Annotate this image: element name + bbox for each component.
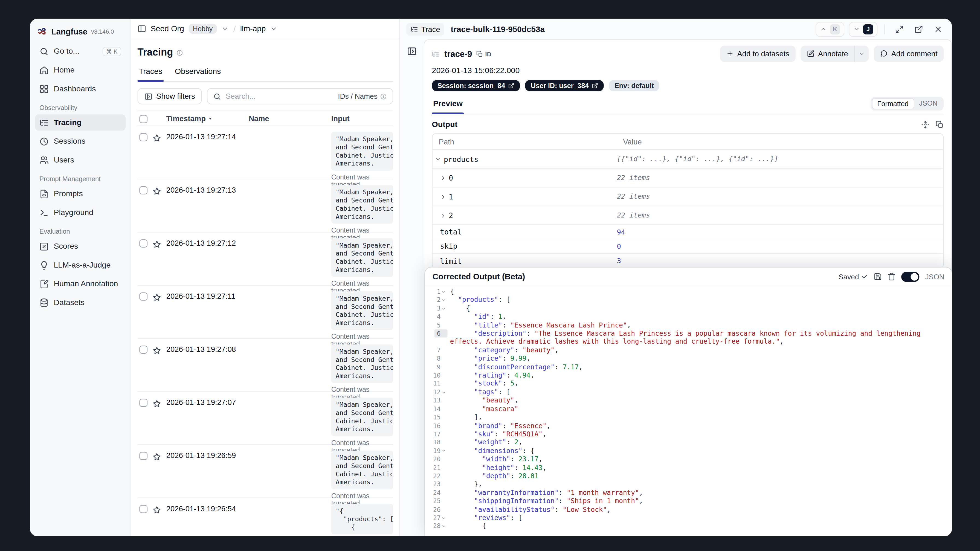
path-value-row[interactable]: 122 items <box>433 187 943 206</box>
chevron-down-icon[interactable] <box>221 25 229 32</box>
editor-line[interactable]: 28 { <box>425 522 952 530</box>
sidebar-item-dashboards[interactable]: Dashboards <box>35 81 126 97</box>
annotate-dropdown-button[interactable] <box>854 46 869 62</box>
column-name[interactable]: Name <box>249 114 331 123</box>
column-timestamp[interactable]: Timestamp <box>166 114 249 123</box>
editor-line[interactable]: 3 { <box>425 304 952 313</box>
editor-code[interactable]: { <box>448 522 952 530</box>
editor-code[interactable]: "discountPercentage": 7.17, <box>448 363 952 371</box>
expand-button[interactable] <box>892 22 907 37</box>
json-editor[interactable]: 1{2 "products": [3 {4 "id": 1,5 "title":… <box>425 286 952 536</box>
prev-trace-button[interactable]: K <box>816 22 844 37</box>
table-row[interactable]: 2026-01-13 19:26:59"Madam Speaker, Mada … <box>138 445 393 498</box>
org-name[interactable]: Seed Org <box>151 24 184 33</box>
panel-expand-icon[interactable] <box>407 46 417 56</box>
editor-line[interactable]: 4 "id": 1, <box>425 313 952 321</box>
editor-line[interactable]: 19 "dimensions": { <box>425 447 952 455</box>
annotate-button[interactable]: Annotate <box>800 46 854 62</box>
row-checkbox[interactable] <box>139 452 148 460</box>
next-trace-button[interactable]: J <box>849 22 877 37</box>
editor-code[interactable]: "shippingInformation": "Ships in 1 month… <box>448 497 952 505</box>
editor-code[interactable]: "warrantyInformation": "1 month warranty… <box>448 489 952 497</box>
add-to-datasets-button[interactable]: Add to datasets <box>720 46 795 62</box>
sidebar-item-playground[interactable]: Playground <box>35 204 126 220</box>
column-input[interactable]: Input <box>331 114 393 123</box>
editor-line[interactable]: 24 "warrantyInformation": "1 month warra… <box>425 489 952 497</box>
editor-code[interactable]: { <box>448 288 952 296</box>
editor-line[interactable]: 8 "price": 9.99, <box>425 355 952 363</box>
editor-code[interactable]: "price": 9.99, <box>448 355 952 363</box>
sidebar-toggle-button[interactable] <box>138 24 146 33</box>
path-value-row[interactable]: skip0 <box>433 239 943 254</box>
editor-code[interactable]: "weight": 2, <box>448 438 952 447</box>
sidebar-item-prompts[interactable]: Prompts <box>35 185 126 202</box>
editor-line[interactable]: 5 "title": "Essence Mascara Lash Prince"… <box>425 321 952 330</box>
path-value-row[interactable]: total94 <box>433 225 943 239</box>
tab-preview[interactable]: Preview <box>432 97 464 114</box>
editor-line[interactable]: 20 "width": 23.17, <box>425 455 952 463</box>
editor-line[interactable]: 15 ], <box>425 413 952 422</box>
tab-traces[interactable]: Traces <box>138 64 164 81</box>
table-row[interactable]: 2026-01-13 19:27:07"Madam Speaker, Mada … <box>138 392 393 445</box>
editor-code[interactable]: "title": "Essence Mascara Lash Prince", <box>448 321 952 330</box>
row-bookmark[interactable] <box>150 451 166 462</box>
row-checkbox[interactable] <box>139 133 148 142</box>
format-formatted[interactable]: Formatted <box>872 98 914 110</box>
editor-line[interactable]: 12 "tags": [ <box>425 388 952 397</box>
format-json[interactable]: JSON <box>914 98 942 110</box>
table-row[interactable]: 2026-01-13 19:26:54"{ "products": [ { <box>138 498 393 536</box>
editor-code[interactable]: "rating": 4.94, <box>448 371 952 380</box>
table-row[interactable]: 2026-01-13 19:27:08"Madam Speaker, Mada … <box>138 339 393 392</box>
editor-line[interactable]: 26 "availabilityStatus": "Low Stock", <box>425 505 952 514</box>
table-row[interactable]: 2026-01-13 19:27:14"Madam Speaker, Mada … <box>138 126 393 179</box>
close-button[interactable] <box>931 22 946 37</box>
table-row[interactable]: 2026-01-13 19:27:13"Madam Speaker, Mada … <box>138 180 393 233</box>
path-value-row[interactable]: limit3 <box>433 253 943 268</box>
editor-code[interactable]: "products": [ <box>448 296 952 304</box>
editor-line[interactable]: 11 "stock": 5, <box>425 380 952 388</box>
editor-code[interactable]: "beauty", <box>448 397 952 405</box>
editor-line[interactable]: 22 "depth": 28.01 <box>425 472 952 481</box>
editor-line[interactable]: 10 "rating": 4.94, <box>425 371 952 380</box>
row-bookmark[interactable] <box>150 291 166 303</box>
editor-code[interactable]: "tags": [ <box>448 388 952 397</box>
editor-code[interactable]: "dimensions": { <box>448 447 952 455</box>
fold-caret[interactable] <box>441 516 447 520</box>
trash-icon[interactable] <box>888 272 896 281</box>
project-name[interactable]: llm-app <box>240 24 266 33</box>
sidebar-item-human-annotation[interactable]: Human Annotation <box>35 276 126 291</box>
row-bookmark[interactable] <box>150 238 166 249</box>
fold-caret[interactable] <box>441 524 447 529</box>
table-row[interactable]: 2026-01-13 19:27:12"Madam Speaker, Mada … <box>138 233 393 286</box>
fold-caret[interactable] <box>441 390 447 395</box>
editor-line[interactable]: 6 "description": "The Essence Mascara La… <box>425 330 952 346</box>
row-bookmark[interactable] <box>150 344 166 356</box>
editor-line[interactable]: 17 "sku": "RCH45Q1A", <box>425 430 952 438</box>
editor-line[interactable]: 21 "height": 14.43, <box>425 463 952 472</box>
editor-code[interactable]: "width": 23.17, <box>448 455 952 463</box>
editor-code[interactable]: "category": "beauty", <box>448 346 952 355</box>
editor-code[interactable]: ], <box>448 413 952 422</box>
editor-code[interactable]: "mascara" <box>448 405 952 413</box>
sidebar-item-home[interactable]: Home <box>35 62 126 78</box>
editor-line[interactable]: 25 "shippingInformation": "Ships in 1 mo… <box>425 497 952 505</box>
user-badge[interactable]: User ID: user_384 <box>525 80 604 91</box>
editor-code[interactable]: { <box>448 304 952 313</box>
sidebar-item-sessions[interactable]: Sessions <box>35 133 126 150</box>
search-input[interactable] <box>226 92 334 101</box>
editor-line[interactable]: 18 "weight": 2, <box>425 438 952 447</box>
save-icon[interactable] <box>874 272 882 281</box>
editor-line[interactable]: 16 "brand": "Essence", <box>425 422 952 430</box>
editor-code[interactable]: "sku": "RCH45Q1A", <box>448 430 952 438</box>
row-bookmark[interactable] <box>150 132 166 143</box>
editor-line[interactable]: 7 "category": "beauty", <box>425 346 952 355</box>
fold-caret[interactable] <box>441 448 447 453</box>
sidebar-item-users[interactable]: Users <box>35 152 126 168</box>
editor-code[interactable]: "reviews": [ <box>448 514 952 522</box>
path-value-row[interactable]: 222 items <box>433 206 943 225</box>
row-checkbox[interactable] <box>139 346 148 354</box>
copy-id-button[interactable]: ID <box>476 50 492 57</box>
search-mode[interactable]: IDs / Names <box>338 92 387 100</box>
row-checkbox[interactable] <box>139 505 148 513</box>
editor-line[interactable]: 1{ <box>425 288 952 296</box>
